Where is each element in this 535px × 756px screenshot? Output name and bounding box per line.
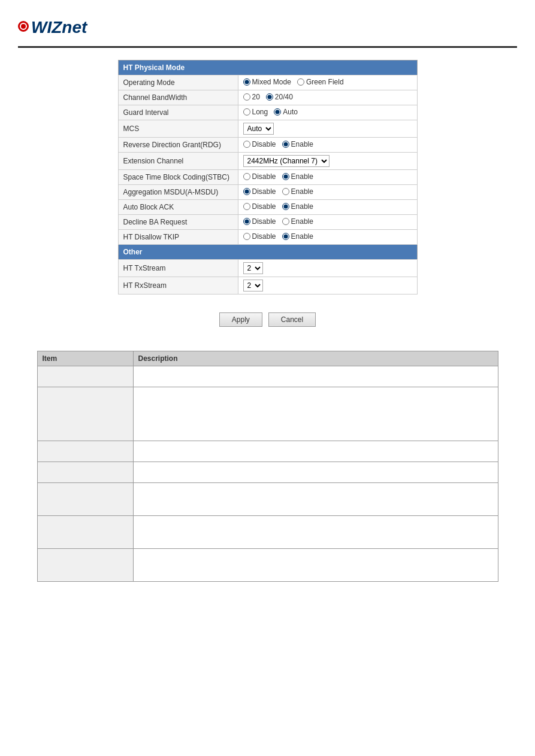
ref-row-6-label [37, 516, 133, 549]
guard-long-option[interactable]: Long [243, 108, 268, 116]
amsdu-disable-option[interactable]: Disable [243, 187, 276, 196]
bw-2040-radio[interactable] [266, 93, 273, 101]
decline-ba-enable-radio[interactable] [282, 218, 289, 225]
ref-row-7-desc [133, 549, 498, 582]
guard-interval-radio-group: Long Auto [243, 108, 298, 116]
decline-ba-enable-option[interactable]: Enable [282, 217, 313, 226]
table-row: HT TxStream 1 2 [118, 260, 417, 277]
logo: WIZnet [18, 18, 87, 37]
bw-20-option[interactable]: 20 [243, 93, 260, 101]
stbc-enable-option[interactable]: Enable [282, 172, 313, 181]
channel-bw-value: 20 20/40 [238, 90, 417, 105]
apply-button[interactable]: Apply [219, 312, 262, 327]
decline-ba-label: Decline BA Request [118, 215, 238, 230]
tkip-disable-option[interactable]: Disable [243, 232, 276, 241]
green-field-option[interactable]: Green Field [297, 78, 344, 86]
amsdu-radio-group: Disable Enable [243, 187, 313, 196]
decline-ba-enable-label: Enable [291, 217, 313, 226]
table-row [37, 366, 498, 387]
reference-table: Item Description [37, 351, 498, 582]
ack-disable-label: Disable [252, 202, 276, 211]
table-row [37, 516, 498, 549]
bw-2040-option[interactable]: 20/40 [266, 93, 293, 101]
ref-row-1-desc [133, 366, 498, 387]
mcs-select[interactable]: Auto [243, 123, 274, 135]
logo-icon [18, 21, 29, 32]
decline-ba-disable-radio[interactable] [243, 218, 250, 225]
tkip-enable-option[interactable]: Enable [282, 232, 313, 241]
tkip-disable-label: Disable [252, 232, 276, 241]
table-row: MCS Auto [118, 120, 417, 138]
ht-section-header: HT Physical Mode [118, 60, 417, 75]
table-row: Extension Channel 2442MHz (Channel 7) [118, 153, 417, 170]
tkip-disable-radio[interactable] [243, 233, 250, 240]
rdg-radio-group: Disable Enable [243, 140, 313, 148]
table-row: Auto Block ACK Disable Enable [118, 200, 417, 215]
guard-auto-option[interactable]: Auto [274, 108, 298, 116]
mixed-mode-option[interactable]: Mixed Mode [243, 78, 291, 86]
amsdu-disable-radio[interactable] [243, 188, 250, 195]
cancel-button[interactable]: Cancel [268, 312, 316, 327]
amsdu-value: Disable Enable [238, 185, 417, 200]
table-row: Channel BandWidth 20 20/40 [118, 90, 417, 105]
rdg-enable-radio[interactable] [282, 141, 289, 148]
stbc-value: Disable Enable [238, 170, 417, 185]
guard-interval-label: Guard Interval [118, 105, 238, 120]
mixed-mode-label: Mixed Mode [252, 78, 291, 86]
decline-ba-radio-group: Disable Enable [243, 217, 313, 226]
guard-long-radio[interactable] [243, 108, 250, 116]
guard-auto-radio[interactable] [274, 108, 281, 116]
green-field-radio[interactable] [297, 78, 304, 86]
ref-row-3-label [37, 441, 133, 462]
rdg-disable-radio[interactable] [243, 141, 250, 148]
tkip-enable-radio[interactable] [282, 233, 289, 240]
ref-row-2-label [37, 387, 133, 441]
mcs-value: Auto [238, 120, 417, 138]
ht-rxstream-select[interactable]: 1 2 [243, 280, 263, 292]
ack-enable-option[interactable]: Enable [282, 202, 313, 211]
operating-mode-value: Mixed Mode Green Field [238, 75, 417, 90]
ack-enable-label: Enable [291, 202, 313, 211]
ref-row-1-label [37, 366, 133, 387]
green-field-label: Green Field [306, 78, 344, 86]
rdg-enable-option[interactable]: Enable [282, 140, 313, 148]
table-row: Space Time Block Coding(STBC) Disable En… [118, 170, 417, 185]
ack-disable-radio[interactable] [243, 203, 250, 210]
rdg-enable-label: Enable [291, 140, 313, 148]
stbc-disable-radio[interactable] [243, 173, 250, 180]
channel-bw-radio-group: 20 20/40 [243, 93, 293, 101]
decline-ba-disable-label: Disable [252, 217, 276, 226]
channel-bw-label: Channel BandWidth [118, 90, 238, 105]
amsdu-disable-label: Disable [252, 187, 276, 196]
rdg-disable-option[interactable]: Disable [243, 140, 276, 148]
stbc-disable-option[interactable]: Disable [243, 172, 276, 181]
ht-disallow-tkip-radio-group: Disable Enable [243, 232, 313, 241]
ht-txstream-select[interactable]: 1 2 [243, 262, 263, 274]
stbc-enable-radio[interactable] [282, 173, 289, 180]
table-row: HT Disallow TKIP Disable Enable [118, 230, 417, 245]
ref-row-6-desc [133, 516, 498, 549]
ack-enable-radio[interactable] [282, 203, 289, 210]
table-row: HT RxStream 1 2 [118, 277, 417, 294]
decline-ba-disable-option[interactable]: Disable [243, 217, 276, 226]
auto-block-ack-value: Disable Enable [238, 200, 417, 215]
rdg-value: Disable Enable [238, 138, 417, 153]
ack-disable-option[interactable]: Disable [243, 202, 276, 211]
operating-mode-label: Operating Mode [118, 75, 238, 90]
stbc-label: Space Time Block Coding(STBC) [118, 170, 238, 185]
table-row: Reverse Direction Grant(RDG) Disable Ena… [118, 138, 417, 153]
mixed-mode-radio[interactable] [243, 78, 250, 86]
amsdu-enable-radio[interactable] [282, 188, 289, 195]
tkip-enable-label: Enable [291, 232, 313, 241]
logo-area: WIZnet [18, 12, 517, 48]
bw-20-radio[interactable] [243, 93, 250, 101]
table-row: Guard Interval Long Auto [118, 105, 417, 120]
ref-row-5-label [37, 483, 133, 516]
table-row [37, 387, 498, 441]
ht-physical-mode-table: HT Physical Mode Operating Mode Mixed Mo… [118, 60, 418, 294]
rdg-label: Reverse Direction Grant(RDG) [118, 138, 238, 153]
ext-channel-select[interactable]: 2442MHz (Channel 7) [243, 155, 330, 167]
ref-row-4-desc [133, 462, 498, 483]
rdg-disable-label: Disable [252, 140, 276, 148]
amsdu-enable-option[interactable]: Enable [282, 187, 313, 196]
